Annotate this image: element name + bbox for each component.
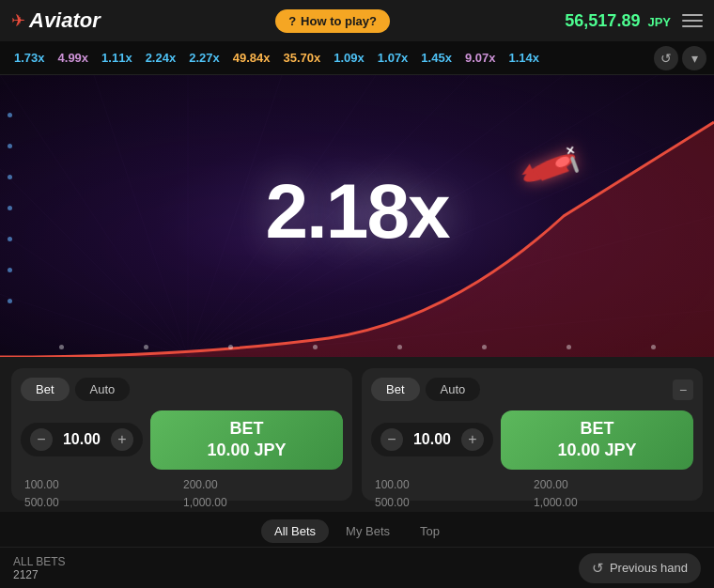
mult-item[interactable]: 1.11x bbox=[95, 49, 139, 67]
footer: ALL BETS 2127 ↺ Previous hand bbox=[0, 547, 714, 588]
header-right: 56,517.89 JPY bbox=[565, 11, 703, 31]
all-bets-info: ALL BETS 2127 bbox=[13, 555, 66, 581]
place-bet-button-1[interactable]: BET10.00 JPY bbox=[150, 410, 343, 470]
svg-text:✕: ✕ bbox=[565, 144, 576, 159]
balance-currency: JPY bbox=[647, 15, 671, 29]
question-icon: ? bbox=[288, 14, 296, 28]
tab-top[interactable]: Top bbox=[407, 519, 453, 543]
hamburger-line-2 bbox=[682, 20, 703, 22]
multiplier-bar: 1.73x 4.99x 1.11x 2.24x 2.27x 49.84x 35.… bbox=[0, 41, 714, 75]
quick-500-2[interactable]: 500.00 bbox=[375, 495, 531, 510]
quick-100-1[interactable]: 100.00 bbox=[24, 477, 180, 492]
mult-item[interactable]: 2.27x bbox=[182, 49, 226, 67]
mult-item[interactable]: 4.99x bbox=[52, 49, 96, 67]
all-bets-count: 2127 bbox=[13, 568, 66, 581]
x-dot bbox=[397, 345, 402, 349]
quick-1000-1[interactable]: 1,000.00 bbox=[183, 495, 339, 510]
bet-panel-1-tabs: Bet Auto bbox=[21, 378, 343, 401]
game-canvas: 2.18x ✕ bbox=[0, 75, 714, 357]
mult-item[interactable]: 49.84x bbox=[226, 49, 277, 67]
x-dot bbox=[144, 345, 148, 349]
previous-hand-button[interactable]: ↺ Previous hand bbox=[579, 553, 701, 583]
x-axis-dots bbox=[0, 337, 714, 357]
bet-tab-auto-1[interactable]: Auto bbox=[75, 378, 131, 401]
previous-hand-label: Previous hand bbox=[610, 561, 688, 575]
how-to-play-button[interactable]: ? How to play? bbox=[275, 9, 390, 33]
bet-tab-bet-2[interactable]: Bet bbox=[371, 378, 420, 401]
menu-button[interactable] bbox=[682, 14, 703, 27]
balance-display: 56,517.89 JPY bbox=[565, 11, 671, 31]
decrease-bet-2[interactable]: − bbox=[380, 428, 403, 451]
quick-amounts-1: 100.00 200.00 500.00 1,000.00 bbox=[21, 477, 343, 510]
x-dot bbox=[228, 345, 233, 349]
quick-amounts-2: 100.00 200.00 500.00 1,000.00 bbox=[371, 477, 693, 510]
betting-section: Bet Auto − 10.00 + BET10.00 JPY 100.00 2… bbox=[0, 357, 714, 512]
quick-1000-2[interactable]: 1,000.00 bbox=[534, 495, 690, 510]
mult-item[interactable]: 1.45x bbox=[414, 49, 458, 67]
current-multiplier: 2.18x bbox=[265, 167, 448, 255]
multiplier-controls: ↺ ▾ bbox=[654, 46, 706, 70]
tab-my-bets[interactable]: My Bets bbox=[333, 519, 403, 543]
mult-item[interactable]: 1.07x bbox=[371, 49, 415, 67]
header: ✈ Aviator ? How to play? 56,517.89 JPY bbox=[0, 0, 714, 41]
dropdown-button[interactable]: ▾ bbox=[682, 46, 706, 70]
amount-control-1: − 10.00 + bbox=[21, 423, 143, 456]
bet-controls-2: − 10.00 + BET10.00 JPY bbox=[371, 410, 693, 470]
logo: ✈ Aviator bbox=[11, 8, 101, 33]
mult-item[interactable]: 2.24x bbox=[139, 49, 183, 67]
quick-500-1[interactable]: 500.00 bbox=[24, 495, 180, 510]
bet-amount-1: 10.00 bbox=[58, 431, 105, 448]
bet-tab-auto-2[interactable]: Auto bbox=[426, 378, 481, 401]
x-dot bbox=[313, 345, 318, 349]
increase-bet-2[interactable]: + bbox=[461, 428, 484, 451]
decrease-bet-1[interactable]: − bbox=[30, 428, 53, 451]
bet-tab-bet-1[interactable]: Bet bbox=[21, 378, 70, 401]
x-dot bbox=[567, 345, 571, 349]
x-dot bbox=[651, 345, 656, 349]
history-icon: ↺ bbox=[592, 560, 604, 577]
mult-item[interactable]: 1.73x bbox=[8, 49, 52, 67]
mult-item[interactable]: 9.07x bbox=[458, 49, 503, 67]
logo-text: Aviator bbox=[29, 8, 101, 33]
bet-panel-2-tabs: Bet Auto − bbox=[371, 378, 693, 401]
bet-amount-2: 10.00 bbox=[409, 431, 456, 448]
bet-panel-1: Bet Auto − 10.00 + BET10.00 JPY 100.00 2… bbox=[11, 368, 352, 501]
bet-panel-2: Bet Auto − − 10.00 + BET10.00 JPY 100.00… bbox=[362, 368, 703, 501]
increase-bet-1[interactable]: + bbox=[111, 428, 133, 451]
mult-item[interactable]: 1.14x bbox=[502, 49, 546, 67]
tab-all-bets[interactable]: All Bets bbox=[261, 519, 329, 543]
history-button[interactable]: ↺ bbox=[654, 46, 678, 70]
quick-200-2[interactable]: 200.00 bbox=[534, 477, 690, 492]
bet-controls-1: − 10.00 + BET10.00 JPY bbox=[21, 410, 343, 470]
amount-control-2: − 10.00 + bbox=[371, 423, 493, 456]
all-bets-label: ALL BETS bbox=[13, 555, 66, 568]
mult-item[interactable]: 1.09x bbox=[327, 49, 371, 67]
how-to-play-label: How to play? bbox=[301, 14, 377, 28]
place-bet-button-2[interactable]: BET10.00 JPY bbox=[501, 410, 693, 470]
quick-100-2[interactable]: 100.00 bbox=[375, 477, 531, 492]
hamburger-line-3 bbox=[682, 25, 703, 27]
quick-200-1[interactable]: 200.00 bbox=[183, 477, 339, 492]
x-dot bbox=[59, 345, 64, 349]
hamburger-line-1 bbox=[682, 14, 703, 16]
mult-item[interactable]: 35.70x bbox=[277, 49, 328, 67]
collapse-panel-2[interactable]: − bbox=[673, 379, 693, 400]
balance-amount: 56,517.89 bbox=[565, 11, 640, 30]
x-dot bbox=[482, 345, 487, 349]
bottom-tabs: All Bets My Bets Top bbox=[11, 519, 703, 543]
logo-plane-icon: ✈ bbox=[11, 10, 25, 31]
